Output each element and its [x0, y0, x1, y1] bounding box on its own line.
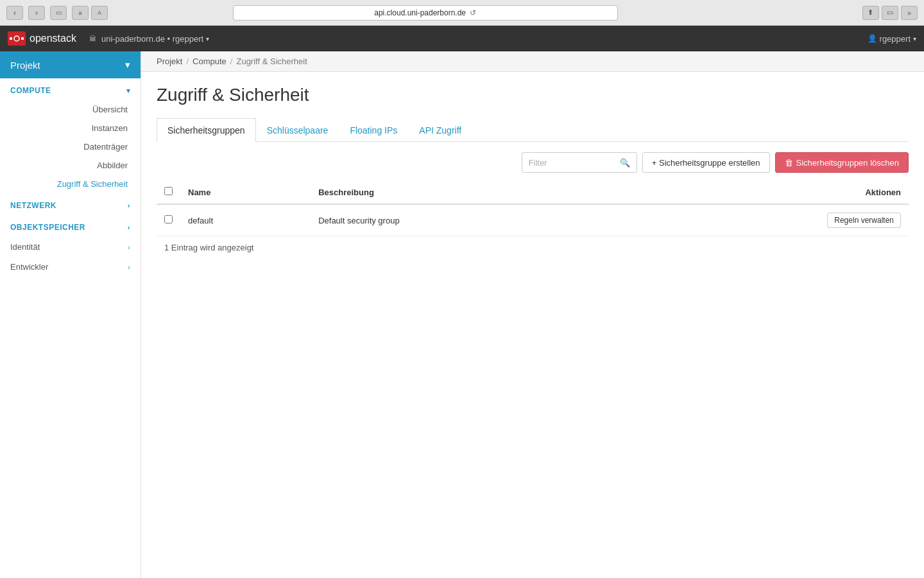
- bookmark-amazon[interactable]: a: [72, 6, 89, 20]
- sidebar-item-uebersicht[interactable]: Übersicht: [0, 100, 141, 119]
- breadcrumb-current: Zugriff & Sicherheit: [236, 57, 307, 66]
- objektspeicher-chevron: ›: [128, 223, 130, 231]
- tab-toggle-button[interactable]: ▭: [50, 6, 67, 20]
- compute-section-label: COMPUTE: [10, 86, 51, 95]
- page-content-area: Zugriff & Sicherheit Sicherheitsgruppen …: [141, 72, 924, 272]
- trash-icon: 🗑: [785, 158, 793, 168]
- sidebar-item-datentraeger[interactable]: Datenträger: [0, 137, 141, 156]
- project-selector[interactable]: 🏛 uni-paderborn.de • rgeppert ▾: [89, 34, 209, 44]
- sidebar-item-entwickler[interactable]: Entwickler ›: [0, 257, 141, 277]
- identitaet-chevron: ›: [128, 243, 130, 251]
- row-description: Default security group: [311, 204, 622, 236]
- col-aktionen: Aktionen: [622, 180, 909, 204]
- sidebar-section-netzwerk[interactable]: NETZWERK ›: [0, 196, 141, 215]
- extend-button[interactable]: »: [901, 6, 918, 20]
- objektspeicher-section-label: OBJEKTSPEICHER: [10, 223, 85, 232]
- select-all-checkbox[interactable]: [164, 187, 173, 195]
- main-content: Projekt / Compute / Zugriff & Sicherheit…: [141, 51, 924, 578]
- top-navigation: openstack 🏛 uni-paderborn.de • rgeppert …: [0, 26, 924, 51]
- reload-button[interactable]: ↺: [470, 8, 476, 17]
- filter-input[interactable]: Filter 🔍: [522, 152, 637, 173]
- col-beschreibung: Beschreibung: [311, 180, 622, 204]
- create-security-group-button[interactable]: + Sicherheitsgruppe erstellen: [642, 152, 770, 173]
- sidebar-section-compute[interactable]: COMPUTE ▾: [0, 81, 141, 100]
- netzwerk-section-label: NETZWERK: [10, 201, 56, 210]
- browser-bookmarks: a A: [72, 6, 108, 20]
- share-button[interactable]: ⬆: [862, 6, 879, 20]
- url-text: api.cloud.uni-paderborn.de: [374, 8, 466, 17]
- breadcrumb-sep-1: /: [186, 57, 189, 66]
- user-chevron: ▾: [913, 35, 916, 42]
- page-title: Zugriff & Sicherheit: [157, 85, 909, 105]
- breadcrumb-sep-2: /: [230, 57, 233, 66]
- entwickler-chevron: ›: [128, 263, 130, 271]
- project-name: uni-paderborn.de • rgeppert: [101, 34, 203, 44]
- tab-api-zugriff[interactable]: API Zugriff: [408, 118, 472, 142]
- tab-sicherheitsgruppen[interactable]: Sicherheitsgruppen: [157, 118, 256, 142]
- tab-floating-ips[interactable]: Floating IPs: [339, 118, 408, 142]
- table-toolbar: Filter 🔍 + Sicherheitsgruppe erstellen 🗑…: [157, 152, 909, 173]
- table-row: default Default security group Regeln ve…: [157, 204, 909, 236]
- table-footer: 1 Eintrag wird angezeigt: [157, 236, 909, 259]
- project-chevron: ▾: [206, 35, 209, 42]
- browser-chrome: ‹ › ▭ a A api.cloud.uni-paderborn.de ↺ ⬆…: [0, 0, 924, 26]
- sidebar-item-zugriff[interactable]: Zugriff & Sicherheit: [0, 175, 141, 193]
- address-bar[interactable]: api.cloud.uni-paderborn.de ↺: [233, 5, 618, 21]
- tab-schluesselpaare[interactable]: Schlüsselpaare: [256, 118, 339, 142]
- sidebar-section-objektspeicher[interactable]: OBJEKTSPEICHER ›: [0, 218, 141, 237]
- forward-button[interactable]: ›: [28, 6, 45, 20]
- app-layout: Projekt ▾ COMPUTE ▾ Übersicht Instanzen …: [0, 51, 924, 578]
- svg-rect-3: [21, 37, 24, 40]
- col-name: Name: [180, 180, 311, 204]
- user-menu[interactable]: 👤 rgeppert ▾: [868, 34, 916, 44]
- sidebar-project-chevron: ▾: [125, 59, 130, 71]
- svg-rect-2: [10, 37, 12, 40]
- row-checkbox[interactable]: [164, 215, 173, 223]
- sidebar-item-instanzen[interactable]: Instanzen: [0, 119, 141, 137]
- filter-placeholder: Filter: [529, 158, 547, 168]
- search-icon: 🔍: [620, 158, 630, 168]
- sidebar: Projekt ▾ COMPUTE ▾ Übersicht Instanzen …: [0, 51, 141, 578]
- row-name: default: [180, 204, 311, 236]
- new-tab-button[interactable]: ▭: [882, 6, 898, 20]
- openstack-logo: openstack: [8, 31, 76, 46]
- bookmark-other[interactable]: A: [91, 6, 108, 20]
- delete-security-groups-button[interactable]: 🗑 Sicherheitsgruppen löschen: [775, 152, 909, 173]
- breadcrumb-projekt[interactable]: Projekt: [157, 57, 182, 66]
- manage-rules-button[interactable]: Regeln verwalten: [827, 213, 901, 228]
- sidebar-project-header[interactable]: Projekt ▾: [0, 51, 141, 78]
- sidebar-item-identitaet[interactable]: Identität ›: [0, 237, 141, 257]
- security-groups-table: Name Beschreibung Aktionen default Defau…: [157, 180, 909, 236]
- back-button[interactable]: ‹: [6, 6, 23, 20]
- compute-chevron: ▾: [126, 87, 131, 95]
- sidebar-project-label: Projekt: [10, 60, 40, 71]
- breadcrumb-compute[interactable]: Compute: [193, 57, 227, 66]
- logo-text: openstack: [30, 33, 76, 44]
- sidebar-item-abbilder[interactable]: Abbilder: [0, 156, 141, 175]
- logo-icon: [8, 31, 26, 46]
- netzwerk-chevron: ›: [128, 202, 130, 209]
- tab-bar: Sicherheitsgruppen Schlüsselpaare Floati…: [157, 118, 909, 142]
- compute-items: Übersicht Instanzen Datenträger Abbilder…: [0, 100, 141, 193]
- user-name: rgeppert: [880, 34, 911, 44]
- breadcrumb: Projekt / Compute / Zugriff & Sicherheit: [141, 51, 924, 72]
